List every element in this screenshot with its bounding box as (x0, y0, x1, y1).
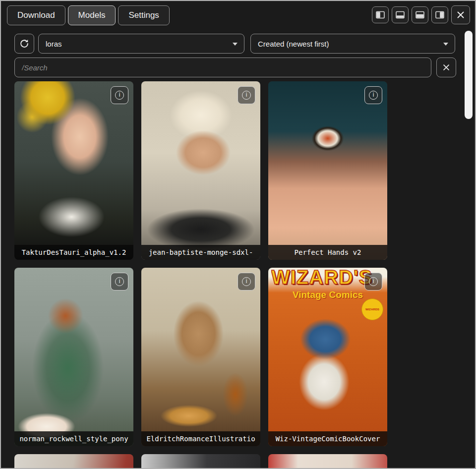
dock-bottom-button[interactable] (392, 6, 409, 23)
window-controls (372, 5, 470, 24)
tab-download[interactable]: Download (7, 5, 65, 25)
info-button[interactable] (111, 273, 128, 291)
tab-bar: Download Models Settings (7, 5, 170, 25)
model-thumbnail (14, 268, 133, 446)
info-icon (242, 91, 251, 100)
refresh-button[interactable] (14, 34, 34, 54)
model-browser-window: { "tabs": [ { "label": "Download", "acti… (0, 0, 476, 469)
tab-settings[interactable]: Settings (118, 5, 169, 25)
chevron-down-icon (443, 43, 448, 46)
panel-bottom-icon (395, 10, 405, 20)
model-name-label: Wiz-VintageComicBookCover (268, 431, 387, 446)
model-name-label: TakturDesTauri_alpha_v1.2 (14, 245, 133, 260)
dock-right-button[interactable] (431, 6, 448, 23)
model-name-label: EldritchRomanceIllustratio (141, 431, 260, 446)
chevron-down-icon (233, 43, 238, 46)
dock-bottom-large-button[interactable] (412, 6, 428, 23)
model-card[interactable]: jean-baptiste-monge-sdxl- (141, 81, 260, 260)
model-thumbnail (268, 81, 387, 260)
model-thumbnail (268, 454, 387, 469)
search-input[interactable] (14, 58, 431, 77)
model-thumbnail (14, 454, 133, 469)
info-button[interactable] (364, 273, 382, 291)
info-icon (242, 277, 251, 286)
clear-search-button[interactable] (436, 58, 456, 77)
model-card[interactable]: EldritchRomanceIllustratio (141, 268, 260, 446)
model-card-partial[interactable] (268, 454, 387, 469)
panel-bottom-large-icon (415, 10, 425, 20)
wizard-cover-badge: WIZARDS (361, 298, 383, 320)
model-name-label: Perfect Hands v2 (268, 245, 387, 260)
close-icon (456, 10, 466, 20)
model-name-label: norman_rockwell_style_pony (14, 431, 133, 446)
model-card[interactable]: norman_rockwell_style_pony (14, 268, 133, 446)
scrollbar-track[interactable] (464, 30, 473, 465)
model-card[interactable]: TakturDesTauri_alpha_v1.2 (14, 81, 133, 260)
info-button[interactable] (364, 86, 382, 104)
model-thumbnail (141, 81, 260, 260)
panel-right-icon (435, 10, 445, 20)
model-grid: TakturDesTauri_alpha_v1.2 jean-baptiste-… (14, 81, 387, 469)
info-button[interactable] (238, 86, 255, 104)
model-type-select[interactable]: loras (38, 34, 244, 54)
info-icon (369, 277, 378, 286)
model-card[interactable]: Perfect Hands v2 (268, 81, 387, 260)
info-icon (369, 91, 378, 100)
dock-left-button[interactable] (372, 6, 389, 23)
model-thumbnail (141, 268, 260, 446)
x-icon (442, 63, 451, 72)
sort-value: Created (newest first) (258, 40, 329, 48)
model-thumbnail (14, 81, 133, 260)
model-type-value: loras (46, 40, 62, 48)
model-card-partial[interactable] (14, 454, 133, 469)
info-button[interactable] (111, 86, 128, 104)
panel-left-icon (375, 10, 385, 20)
model-card-partial[interactable] (141, 454, 260, 469)
sort-select[interactable]: Created (newest first) (250, 34, 455, 54)
model-thumbnail (141, 454, 260, 469)
info-icon (115, 277, 124, 286)
info-icon (115, 91, 124, 100)
refresh-icon (19, 38, 30, 49)
model-card[interactable]: WIZARD'S Vintage Comics WIZARDS Wiz-Vint… (268, 268, 387, 446)
scrollbar-thumb[interactable] (465, 31, 473, 119)
close-button[interactable] (451, 5, 470, 24)
model-name-label: jean-baptiste-monge-sdxl- (141, 245, 260, 260)
tab-models[interactable]: Models (68, 5, 116, 25)
info-button[interactable] (238, 273, 255, 291)
